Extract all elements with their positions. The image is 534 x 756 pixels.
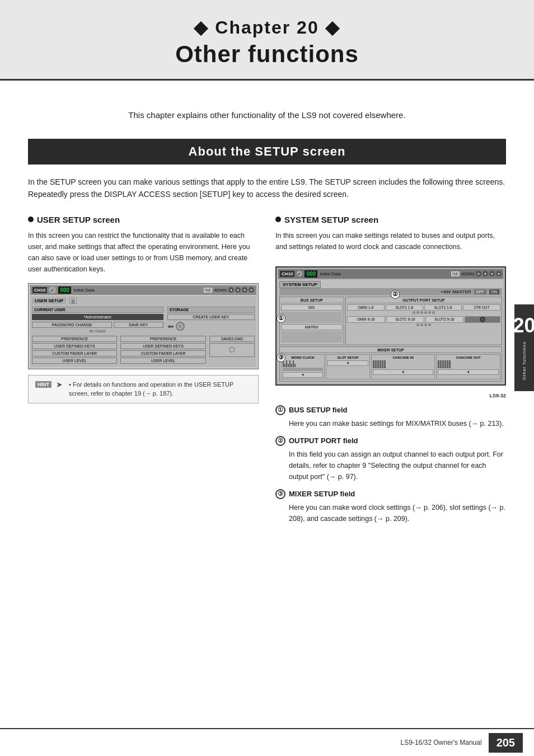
mixer-setup-section: MIXER SETUP WORD CLOCK [279,346,502,382]
2tr-knob [465,316,500,323]
bus-setup-field-title: ① BUS SETUP field [275,405,506,415]
save-key-btn[interactable]: SAVE KEY [114,322,163,328]
cbar3 [442,360,444,368]
on-btn[interactable]: ON [489,289,500,294]
matrix-cell: MATRIX [281,324,343,330]
chapter-number: ◆ Chapter 20 ◆ [11,17,523,38]
bus-setup-field-text: Here you can make basic settings for MIX… [275,418,506,429]
hint-label: HINT [35,381,51,388]
output-port-field-desc: ② OUTPUT PORT field In this field you ca… [275,436,506,482]
section-bar: About the SETUP screen [28,139,506,165]
ls9-label: LS9-32 [275,393,506,398]
cascade-out-bars [438,360,499,368]
storage-label: STORAGE [167,307,255,313]
sidebar-chapter-num: 20 [513,316,534,336]
bus-setup-section: BUS SETUP MIX MATRIX [279,297,344,345]
sys-st4: ● [496,271,502,276]
create-user-key-btn[interactable]: CREATE USER KEY [167,314,255,320]
cascade-out-cell: ▼ [438,369,499,375]
channel-icons: ● ● ● ● [228,287,254,293]
chapter-header: ◆ Chapter 20 ◆ Other functions [0,0,534,81]
bar3 [377,360,379,368]
st1-icon: ● [228,287,234,293]
bullet-icon-2 [275,217,281,222]
omni-9-16: OMNI 9-16 [347,316,385,323]
chapter-sidebar: 20 Other functions [514,304,534,391]
num-circle-2: ② [275,436,285,446]
user-level1-btn[interactable]: USER LEVEL [32,358,117,364]
cascade-in-label: CASCADE IN [373,356,434,359]
sys-rle: R|E [451,271,460,276]
hint-box: HINT ➤ • For details on functions and op… [28,375,259,403]
cascade-in-area: CASCADE IN ▼ [371,354,435,379]
output-port-section: OUTPUT PORT SETUP OMNI 1-8 SLOT1 1-8 SLO… [345,297,502,345]
user-defined-keys1-btn[interactable]: USER DEFINED KEYS [32,343,117,349]
bar2 [375,360,377,368]
user-defined-keys2-btn[interactable]: USER DEFINED KEYS [120,343,205,349]
cbar2 [440,360,442,368]
bus-setup-title: BUS SETUP [281,298,343,303]
admin-label: ADMIN [214,288,227,292]
slot1-9-16: SLOT1 9-16 [386,316,424,323]
password-btn[interactable]: PASSWORD CHANGE [32,322,112,328]
system-setup-column: SYSTEM SETUP screen In this screen you c… [275,215,506,531]
dot1 [413,311,415,314]
waveform-graphic [283,360,323,367]
output-port-title: OUTPUT PORT SETUP [347,298,500,303]
usb-graphic: ⬡ [229,346,235,354]
bullet-icon [28,217,34,222]
slot-setup-area: SLOT SETUP ▼ [326,354,369,379]
wave3 [286,360,287,367]
user-level2-btn[interactable]: USER LEVEL [120,358,205,364]
mixer-setup-field-text: Here you can make word clock settings (→… [275,502,506,524]
custom-fader1-btn[interactable]: CUSTOM FADER LAYER [32,350,117,356]
dot4 [424,311,427,314]
slot2-1-8: SLOT2 1-8 [424,304,462,311]
dot8 [420,323,423,326]
wave6 [291,364,292,367]
usb-icon: ⬅ [167,322,174,331]
mixer-setup-field-title: ③ MIXER SETUP field [275,489,506,499]
bus-setup-field-desc: ① BUS SETUP field Here you can make basi… [275,405,506,429]
omni-1-8: OMNI 1-8 [347,304,385,311]
sys-ch-label: CH10 [280,271,294,277]
admin-user-display: *Administrator [32,314,163,320]
bar5 [382,360,383,368]
bar4 [380,360,381,368]
rle-indicator: R|E [204,288,213,293]
cbar1 [438,360,439,368]
dot3 [420,311,423,314]
wave7 [293,360,294,367]
system-screen-container: CH10 🎤 000 Initial Data R|E ADMIN ● ● ● [275,261,506,391]
clock-bar [283,368,323,371]
cascade-out-area: CASCADE OUT ▼ [436,354,500,379]
sys-icons: ● ● ● ● [476,271,502,276]
preference2-btn[interactable]: PREFERENCE [120,336,205,342]
current-user-label: CURRENT USER [32,307,163,313]
sidebar-chapter-text: Other functions [522,341,527,380]
slot-setup-label: SLOT SETUP [327,356,368,359]
user-setup-column: USER SETUP screen In this screen you can… [28,215,259,531]
section-intro: In the SETUP screen you can make various… [28,176,506,201]
save-load-btn[interactable]: SAVE/LOAD [209,336,255,342]
user-setup-screen: CH10 🎤 000 Initial Data R|E ADMIN ● ● ● … [28,283,259,369]
dot10 [428,323,431,326]
overlay-num-1: ① [277,314,285,323]
slot2-9-16: SLOT2 9-16 [425,316,463,323]
slot1-1-8: SLOT1 1-8 [386,304,423,311]
footer-manual-text: LS9-16/32 Owner's Manual [401,739,482,746]
word-clock-label: WORD CLOCK [283,356,323,359]
for-guest-label: for Guest [32,329,163,333]
dot9 [424,323,427,326]
custom-fader2-btn[interactable]: CUSTOM FADER LAYER [120,350,205,356]
intro-text: This chapter explains other functionalit… [28,109,506,122]
off-btn[interactable]: OFF [474,289,486,294]
mixer-setup-title: MIXER SETUP [281,348,500,353]
preference1-btn[interactable]: PREFERENCE [32,336,117,342]
48v-label: +48V MASTER [441,289,471,294]
word-clock-area: WORD CLOCK [281,354,325,379]
user-setup-text: In this screen you can restrict the func… [28,230,259,275]
circle-icon: ○ [176,322,185,331]
port-dots-row1 [347,311,500,314]
mixer-setup-field-desc: ③ MIXER SETUP field Here you can make wo… [275,489,506,524]
